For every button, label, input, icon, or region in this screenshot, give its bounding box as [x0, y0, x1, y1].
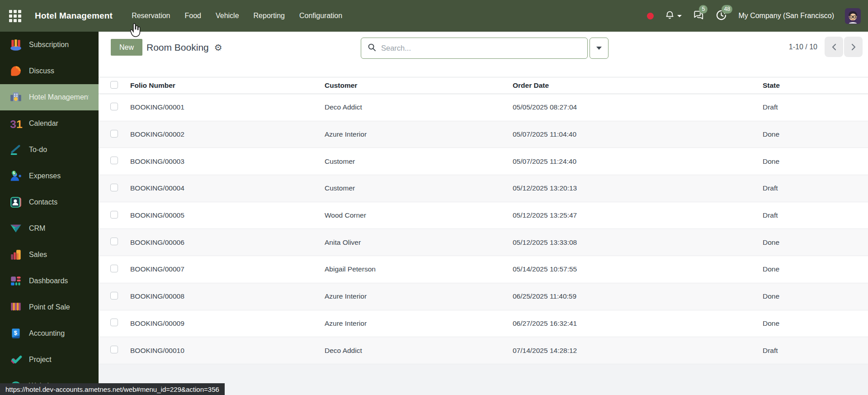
cell-state: Done — [763, 265, 868, 273]
cell-order-date: 05/07/2025 11:04:40 — [513, 130, 763, 138]
activities-button[interactable]: 48 — [715, 9, 727, 23]
row-checkbox[interactable] — [110, 238, 118, 245]
cell-state: Draft — [763, 211, 868, 219]
messages-button[interactable]: 5 — [693, 9, 704, 23]
row-checkbox[interactable] — [110, 157, 118, 164]
cell-customer: Abigail Peterson — [325, 265, 513, 273]
nav-menu-configuration[interactable]: Configuration — [299, 12, 342, 20]
crm-icon — [9, 222, 23, 235]
nav-menu-food[interactable]: Food — [185, 12, 201, 20]
user-avatar[interactable] — [845, 8, 861, 24]
table-row[interactable]: BOOKING/00001Deco Addict05/05/2025 08:27… — [99, 94, 868, 121]
messages-badge: 5 — [699, 5, 708, 14]
contacts-icon — [9, 195, 23, 209]
column-header-customer[interactable]: Customer — [325, 81, 513, 90]
todo-icon — [9, 143, 23, 157]
cell-customer: Wood Corner — [325, 211, 513, 219]
sidebar-item-discuss[interactable]: Discuss — [0, 58, 99, 84]
row-checkbox[interactable] — [110, 184, 118, 191]
table-row[interactable]: BOOKING/00008Azure Interior06/25/2025 11… — [99, 283, 868, 310]
sidebar-item-subscription[interactable]: Subscription — [0, 32, 99, 58]
control-panel: New Room Booking ⚙ — [99, 32, 868, 77]
search-dropdown-toggle[interactable] — [590, 38, 609, 59]
nav-menu-reporting[interactable]: Reporting — [254, 12, 285, 20]
pager: 1-10 / 10 — [731, 37, 863, 57]
cell-customer: Customer — [325, 157, 513, 166]
cell-customer: Anita Oliver — [325, 238, 513, 247]
cell-folio-number: BOOKING/00002 — [130, 130, 325, 138]
row-checkbox[interactable] — [110, 211, 118, 219]
sidebar-item-accounting[interactable]: $Accounting — [0, 320, 99, 347]
sidebar-item-label: Dashboards — [29, 277, 68, 285]
table-row[interactable]: BOOKING/00006Anita Oliver05/12/2025 13:3… — [99, 229, 868, 256]
page-title: Room Booking — [146, 42, 209, 53]
cell-state: Done — [763, 292, 868, 300]
sidebar-item-crm[interactable]: CRM — [0, 215, 99, 242]
row-checkbox[interactable] — [110, 130, 118, 138]
row-checkbox[interactable] — [110, 292, 118, 300]
cell-state: Done — [763, 319, 868, 328]
row-checkbox[interactable] — [110, 103, 118, 110]
cell-folio-number: BOOKING/00007 — [130, 265, 325, 273]
sidebar-item-hotel-management[interactable]: Hotel Management — [0, 84, 99, 110]
column-header-order-date[interactable]: Order Date — [513, 81, 763, 90]
apps-grid-icon[interactable] — [9, 10, 21, 22]
row-checkbox[interactable] — [110, 346, 118, 353]
subscription-icon — [9, 38, 23, 52]
column-header-folio-number[interactable]: Folio Number — [130, 81, 325, 90]
sidebar-item-sales[interactable]: Sales — [0, 242, 99, 268]
cell-state: Done — [763, 157, 868, 166]
pager-next-button[interactable] — [844, 37, 863, 57]
app-sidebar: SubscriptionDiscussHotel Management31Cal… — [0, 32, 99, 395]
sidebar-item-dashboards[interactable]: Dashboards — [0, 268, 99, 294]
sidebar-item-label: Accounting — [29, 329, 65, 338]
table-row[interactable]: BOOKING/00003Customer05/07/2025 11:24:40… — [99, 148, 868, 175]
cell-folio-number: BOOKING/00006 — [130, 238, 325, 247]
sidebar-item-label: Expenses — [29, 172, 61, 180]
table-row[interactable]: BOOKING/00005Wood Corner05/12/2025 13:25… — [99, 202, 868, 229]
table-row[interactable]: BOOKING/00007Abigail Peterson05/14/2025 … — [99, 256, 868, 283]
column-header-state[interactable]: State — [763, 81, 868, 90]
svg-text:$: $ — [13, 171, 15, 175]
cell-state: Draft — [763, 347, 868, 355]
cell-customer: Deco Addict — [325, 347, 513, 355]
cell-state: Done — [763, 130, 868, 138]
sidebar-item-to-do[interactable]: To-do — [0, 137, 99, 163]
pager-previous-button[interactable] — [825, 37, 843, 57]
sidebar-item-project[interactable]: Project — [0, 347, 99, 373]
sidebar-item-label: To-do — [29, 146, 47, 154]
sidebar-item-calendar[interactable]: 31Calendar — [0, 110, 99, 137]
company-switcher[interactable]: My Company (San Francisco) — [738, 12, 834, 20]
cell-customer: Azure Interior — [325, 292, 513, 300]
dashboards-icon — [9, 274, 23, 288]
nav-menu-reservation[interactable]: Reservation — [132, 12, 170, 20]
sidebar-item-label: Sales — [29, 251, 47, 259]
table-row[interactable]: BOOKING/00009Azure Interior06/27/2025 16… — [99, 310, 868, 338]
search-input[interactable] — [381, 44, 576, 52]
row-checkbox[interactable] — [110, 265, 118, 272]
sidebar-item-contacts[interactable]: Contacts — [0, 189, 99, 215]
gear-icon[interactable]: ⚙ — [214, 43, 222, 52]
new-button[interactable]: New — [111, 39, 142, 56]
table-row[interactable]: BOOKING/00010Deco Addict07/14/2025 14:28… — [99, 337, 868, 364]
record-indicator-icon[interactable] — [647, 13, 654, 19]
row-checkbox[interactable] — [110, 319, 118, 326]
select-all-checkbox[interactable] — [110, 81, 118, 89]
nav-menu-vehicle[interactable]: Vehicle — [216, 12, 239, 20]
cell-order-date: 05/14/2025 10:57:55 — [513, 265, 763, 273]
sidebar-item-expenses[interactable]: $Expenses — [0, 163, 99, 189]
app-title[interactable]: Hotel Management — [35, 11, 113, 21]
table-row[interactable]: BOOKING/00002Azure Interior05/07/2025 11… — [99, 121, 868, 148]
table-row[interactable]: BOOKING/00004Customer05/12/2025 13:20:13… — [99, 175, 868, 202]
hotel-management-app: Hotel Management ReservationFoodVehicleR… — [0, 0, 868, 395]
discuss-icon — [9, 64, 23, 78]
svg-text:$: $ — [14, 329, 17, 336]
cell-folio-number: BOOKING/00010 — [130, 347, 325, 355]
cell-folio-number: BOOKING/00009 — [130, 319, 325, 328]
svg-text:1: 1 — [16, 118, 23, 130]
sidebar-item-label: Point of Sale — [29, 303, 70, 311]
search-box — [361, 38, 588, 59]
sidebar-item-point-of-sale[interactable]: Point of Sale — [0, 294, 99, 320]
notifications-button[interactable] — [665, 10, 682, 22]
hotel-management-icon — [9, 90, 23, 104]
